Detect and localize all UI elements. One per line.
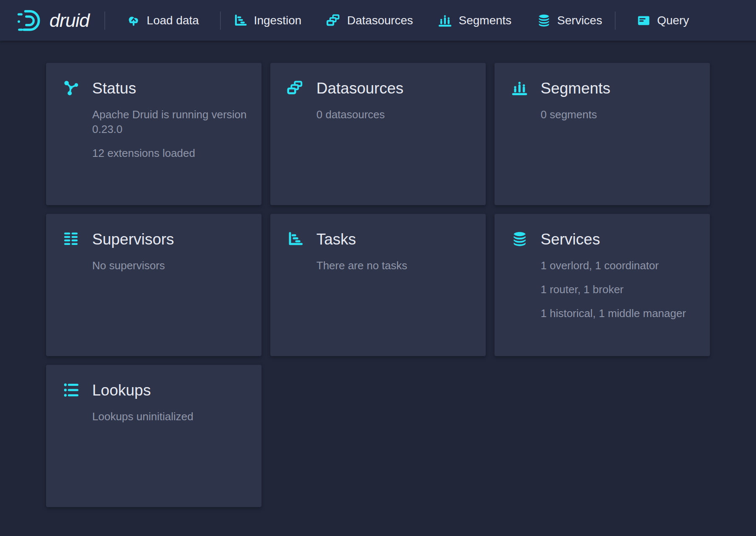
top-navbar: druid Load data Ingestion <box>0 0 756 41</box>
nav-item-ingestion[interactable]: Ingestion <box>221 0 314 41</box>
home-view: Status Apache Druid is running version 0… <box>0 41 756 507</box>
nav-item-load-data[interactable]: Load data <box>105 0 220 41</box>
nav-item-query[interactable]: Query <box>616 0 710 41</box>
console-icon <box>637 13 651 28</box>
card-body: Apache Druid is running version 0.23.0 1… <box>92 107 247 161</box>
multi-select-icon <box>287 80 304 96</box>
card-title: Tasks <box>316 232 356 247</box>
card-body: Lookups uninitialized <box>92 409 247 424</box>
status-line: 12 extensions loaded <box>92 146 247 161</box>
database-icon <box>511 231 528 247</box>
stacked-chart-icon <box>511 80 528 96</box>
card-body: 0 datasources <box>316 107 471 122</box>
nav-label: Query <box>657 14 689 27</box>
druid-logo-icon <box>17 7 44 34</box>
datasources-card[interactable]: Datasources 0 datasources <box>270 63 486 205</box>
nav-item-segments[interactable]: Segments <box>425 0 524 41</box>
list-columns-icon <box>63 231 80 247</box>
card-header: Status <box>63 80 247 96</box>
cloud-upload-icon <box>126 13 140 28</box>
nav-item-services[interactable]: Services <box>524 0 615 41</box>
card-header: Tasks <box>287 231 471 247</box>
supervisors-status: No supervisors <box>92 258 247 273</box>
druid-logo[interactable]: druid <box>17 7 93 34</box>
nav-label: Datasources <box>347 14 413 27</box>
card-body: 0 segments <box>541 107 696 122</box>
card-title: Services <box>541 232 600 247</box>
multi-select-icon <box>326 13 341 28</box>
card-header: Lookups <box>63 382 247 398</box>
card-body: There are no tasks <box>316 258 471 273</box>
supervisors-card[interactable]: Supervisors No supervisors <box>46 214 261 356</box>
druid-logo-text: druid <box>49 10 93 31</box>
stacked-chart-icon <box>438 13 452 28</box>
tasks-card[interactable]: Tasks There are no tasks <box>270 214 486 356</box>
nav-label: Services <box>557 14 602 27</box>
card-body: 1 overlord, 1 coordinator 1 router, 1 br… <box>541 258 696 321</box>
services-line: 1 overlord, 1 coordinator <box>541 258 696 273</box>
services-line: 1 historical, 1 middle manager <box>541 306 696 321</box>
card-title: Supervisors <box>92 232 174 247</box>
datasources-count: 0 datasources <box>316 107 471 122</box>
card-header: Segments <box>511 80 696 96</box>
status-line: Apache Druid is running version 0.23.0 <box>92 107 247 137</box>
card-header: Supervisors <box>63 231 247 247</box>
segments-card[interactable]: Segments 0 segments <box>495 63 710 205</box>
services-line: 1 router, 1 broker <box>541 282 696 297</box>
gantt-chart-icon <box>233 13 248 28</box>
card-title: Segments <box>541 81 611 96</box>
nav-label: Segments <box>458 14 511 27</box>
gantt-chart-icon <box>287 231 304 247</box>
nav-label: Load data <box>147 14 199 27</box>
services-card[interactable]: Services 1 overlord, 1 coordinator 1 rou… <box>495 214 710 356</box>
nav-label: Ingestion <box>254 14 302 27</box>
graph-icon <box>63 80 80 96</box>
card-header: Datasources <box>287 80 471 96</box>
lookups-status: Lookups uninitialized <box>92 409 247 424</box>
database-icon <box>537 13 551 28</box>
card-title: Status <box>92 81 136 96</box>
status-card[interactable]: Status Apache Druid is running version 0… <box>46 63 261 205</box>
card-title: Lookups <box>92 382 151 398</box>
card-grid: Status Apache Druid is running version 0… <box>46 63 710 507</box>
card-body: No supervisors <box>92 258 247 273</box>
properties-icon <box>63 382 80 398</box>
segments-count: 0 segments <box>541 107 696 122</box>
card-header: Services <box>511 231 696 247</box>
tasks-status: There are no tasks <box>316 258 471 273</box>
lookups-card[interactable]: Lookups Lookups uninitialized <box>46 365 261 507</box>
card-title: Datasources <box>316 81 404 96</box>
nav-item-datasources[interactable]: Datasources <box>314 0 425 41</box>
